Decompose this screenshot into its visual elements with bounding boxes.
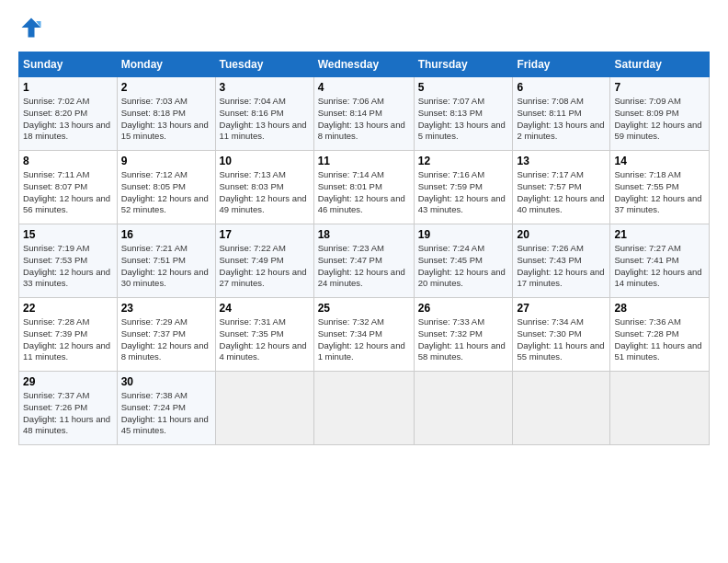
day-info: Sunrise: 7:08 AM Sunset: 8:11 PM Dayligh… <box>517 96 606 143</box>
day-cell: 28Sunrise: 7:36 AM Sunset: 7:28 PM Dayli… <box>610 298 710 372</box>
day-info: Sunrise: 7:16 AM Sunset: 7:59 PM Dayligh… <box>418 169 509 216</box>
day-info: Sunrise: 7:36 AM Sunset: 7:28 PM Dayligh… <box>614 316 705 363</box>
day-number: 22 <box>23 302 113 315</box>
day-info: Sunrise: 7:09 AM Sunset: 8:09 PM Dayligh… <box>614 96 705 143</box>
day-cell: 5Sunrise: 7:07 AM Sunset: 8:13 PM Daylig… <box>414 77 513 151</box>
day-info: Sunrise: 7:33 AM Sunset: 7:32 PM Dayligh… <box>418 316 509 363</box>
col-header-wednesday: Wednesday <box>313 52 414 77</box>
day-number: 26 <box>418 302 509 315</box>
logo <box>18 15 48 40</box>
day-info: Sunrise: 7:17 AM Sunset: 7:57 PM Dayligh… <box>517 169 606 216</box>
day-number: 14 <box>614 155 705 167</box>
day-number: 9 <box>121 155 211 167</box>
day-cell <box>313 372 414 445</box>
day-cell: 1Sunrise: 7:02 AM Sunset: 8:20 PM Daylig… <box>19 77 118 151</box>
day-info: Sunrise: 7:31 AM Sunset: 7:35 PM Dayligh… <box>220 316 310 363</box>
day-number: 28 <box>614 302 705 315</box>
day-cell: 24Sunrise: 7:31 AM Sunset: 7:35 PM Dayli… <box>215 298 313 372</box>
day-number: 4 <box>318 81 410 94</box>
day-info: Sunrise: 7:19 AM Sunset: 7:53 PM Dayligh… <box>23 243 113 290</box>
day-cell: 20Sunrise: 7:26 AM Sunset: 7:43 PM Dayli… <box>513 224 610 298</box>
day-cell: 25Sunrise: 7:32 AM Sunset: 7:34 PM Dayli… <box>313 298 414 372</box>
day-cell: 15Sunrise: 7:19 AM Sunset: 7:53 PM Dayli… <box>19 224 118 298</box>
week-row-3: 15Sunrise: 7:19 AM Sunset: 7:53 PM Dayli… <box>19 224 710 298</box>
day-cell: 4Sunrise: 7:06 AM Sunset: 8:14 PM Daylig… <box>313 77 414 151</box>
col-header-saturday: Saturday <box>610 52 710 77</box>
day-info: Sunrise: 7:11 AM Sunset: 8:07 PM Dayligh… <box>23 169 113 216</box>
day-info: Sunrise: 7:18 AM Sunset: 7:55 PM Dayligh… <box>614 169 705 216</box>
day-cell: 2Sunrise: 7:03 AM Sunset: 8:18 PM Daylig… <box>117 77 215 151</box>
day-number: 8 <box>23 155 113 167</box>
day-number: 25 <box>318 302 410 315</box>
day-number: 11 <box>318 155 410 167</box>
day-cell <box>610 372 710 445</box>
header-row: SundayMondayTuesdayWednesdayThursdayFrid… <box>19 52 710 77</box>
day-info: Sunrise: 7:26 AM Sunset: 7:43 PM Dayligh… <box>517 243 606 290</box>
week-row-1: 1Sunrise: 7:02 AM Sunset: 8:20 PM Daylig… <box>19 77 710 151</box>
col-header-friday: Friday <box>513 52 610 77</box>
day-number: 29 <box>23 375 113 388</box>
day-cell: 21Sunrise: 7:27 AM Sunset: 7:41 PM Dayli… <box>610 224 710 298</box>
day-cell: 16Sunrise: 7:21 AM Sunset: 7:51 PM Dayli… <box>117 224 215 298</box>
day-number: 21 <box>614 228 705 241</box>
day-info: Sunrise: 7:12 AM Sunset: 8:05 PM Dayligh… <box>121 169 211 216</box>
logo-icon <box>18 15 44 40</box>
day-cell: 3Sunrise: 7:04 AM Sunset: 8:16 PM Daylig… <box>215 77 313 151</box>
day-number: 2 <box>121 81 211 94</box>
day-number: 5 <box>418 81 509 94</box>
day-cell: 14Sunrise: 7:18 AM Sunset: 7:55 PM Dayli… <box>610 151 710 224</box>
day-info: Sunrise: 7:03 AM Sunset: 8:18 PM Dayligh… <box>121 96 211 143</box>
day-cell: 10Sunrise: 7:13 AM Sunset: 8:03 PM Dayli… <box>215 151 313 224</box>
col-header-thursday: Thursday <box>414 52 513 77</box>
day-number: 30 <box>121 375 211 388</box>
day-info: Sunrise: 7:13 AM Sunset: 8:03 PM Dayligh… <box>220 169 310 216</box>
col-header-tuesday: Tuesday <box>215 52 313 77</box>
day-info: Sunrise: 7:38 AM Sunset: 7:24 PM Dayligh… <box>121 390 211 437</box>
day-number: 19 <box>418 228 509 241</box>
day-cell: 7Sunrise: 7:09 AM Sunset: 8:09 PM Daylig… <box>610 77 710 151</box>
day-info: Sunrise: 7:14 AM Sunset: 8:01 PM Dayligh… <box>318 169 410 216</box>
day-info: Sunrise: 7:32 AM Sunset: 7:34 PM Dayligh… <box>318 316 410 363</box>
day-info: Sunrise: 7:23 AM Sunset: 7:47 PM Dayligh… <box>318 243 410 290</box>
day-cell: 23Sunrise: 7:29 AM Sunset: 7:37 PM Dayli… <box>117 298 215 372</box>
day-number: 15 <box>23 228 113 241</box>
day-info: Sunrise: 7:29 AM Sunset: 7:37 PM Dayligh… <box>121 316 211 363</box>
week-row-4: 22Sunrise: 7:28 AM Sunset: 7:39 PM Dayli… <box>19 298 710 372</box>
day-cell: 6Sunrise: 7:08 AM Sunset: 8:11 PM Daylig… <box>513 77 610 151</box>
day-info: Sunrise: 7:06 AM Sunset: 8:14 PM Dayligh… <box>318 96 410 143</box>
day-cell <box>513 372 610 445</box>
day-number: 24 <box>220 302 310 315</box>
day-cell: 13Sunrise: 7:17 AM Sunset: 7:57 PM Dayli… <box>513 151 610 224</box>
calendar-table: SundayMondayTuesdayWednesdayThursdayFrid… <box>18 52 710 445</box>
day-cell: 27Sunrise: 7:34 AM Sunset: 7:30 PM Dayli… <box>513 298 610 372</box>
day-cell <box>414 372 513 445</box>
day-cell: 17Sunrise: 7:22 AM Sunset: 7:49 PM Dayli… <box>215 224 313 298</box>
day-cell: 8Sunrise: 7:11 AM Sunset: 8:07 PM Daylig… <box>19 151 118 224</box>
day-number: 13 <box>517 155 606 167</box>
col-header-monday: Monday <box>117 52 215 77</box>
calendar-page: SundayMondayTuesdayWednesdayThursdayFrid… <box>0 0 728 460</box>
week-row-2: 8Sunrise: 7:11 AM Sunset: 8:07 PM Daylig… <box>19 151 710 224</box>
day-info: Sunrise: 7:37 AM Sunset: 7:26 PM Dayligh… <box>23 390 113 437</box>
day-number: 16 <box>121 228 211 241</box>
day-info: Sunrise: 7:28 AM Sunset: 7:39 PM Dayligh… <box>23 316 113 363</box>
day-number: 1 <box>23 81 113 94</box>
day-cell: 22Sunrise: 7:28 AM Sunset: 7:39 PM Dayli… <box>19 298 118 372</box>
day-cell: 29Sunrise: 7:37 AM Sunset: 7:26 PM Dayli… <box>19 372 118 445</box>
day-cell: 11Sunrise: 7:14 AM Sunset: 8:01 PM Dayli… <box>313 151 414 224</box>
day-number: 6 <box>517 81 606 94</box>
day-number: 10 <box>220 155 310 167</box>
day-cell: 30Sunrise: 7:38 AM Sunset: 7:24 PM Dayli… <box>117 372 215 445</box>
day-info: Sunrise: 7:02 AM Sunset: 8:20 PM Dayligh… <box>23 96 113 143</box>
day-number: 12 <box>418 155 509 167</box>
day-number: 17 <box>220 228 310 241</box>
day-info: Sunrise: 7:27 AM Sunset: 7:41 PM Dayligh… <box>614 243 705 290</box>
day-number: 7 <box>614 81 705 94</box>
week-row-5: 29Sunrise: 7:37 AM Sunset: 7:26 PM Dayli… <box>19 372 710 445</box>
day-cell: 26Sunrise: 7:33 AM Sunset: 7:32 PM Dayli… <box>414 298 513 372</box>
day-cell: 18Sunrise: 7:23 AM Sunset: 7:47 PM Dayli… <box>313 224 414 298</box>
col-header-sunday: Sunday <box>19 52 118 77</box>
day-info: Sunrise: 7:07 AM Sunset: 8:13 PM Dayligh… <box>418 96 509 143</box>
day-number: 18 <box>318 228 410 241</box>
day-number: 3 <box>220 81 310 94</box>
